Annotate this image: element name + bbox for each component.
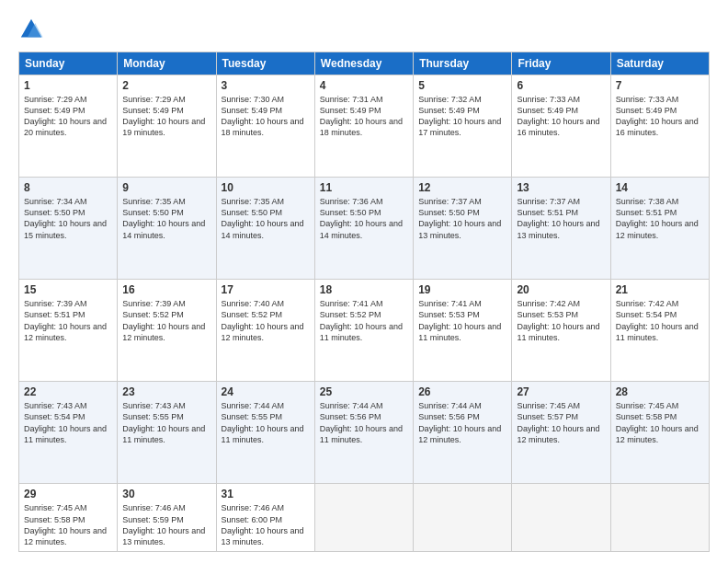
day-info: Sunrise: 7:32 AMSunset: 5:49 PMDaylight:… <box>418 95 501 137</box>
calendar-cell: 5 Sunrise: 7:32 AMSunset: 5:49 PMDayligh… <box>414 75 512 178</box>
weekday-header-friday: Friday <box>512 52 610 75</box>
day-info: Sunrise: 7:44 AMSunset: 5:55 PMDaylight:… <box>222 401 304 443</box>
day-number: 15 <box>24 283 112 296</box>
calendar-cell: 18 Sunrise: 7:41 AMSunset: 5:52 PMDaylig… <box>314 280 413 382</box>
day-info: Sunrise: 7:37 AMSunset: 5:50 PMDaylight:… <box>418 197 501 239</box>
day-number: 23 <box>122 385 210 398</box>
calendar-table: SundayMondayTuesdayWednesdayThursdayFrid… <box>18 52 710 552</box>
calendar-cell: 12 Sunrise: 7:37 AMSunset: 5:50 PMDaylig… <box>414 178 512 280</box>
day-info: Sunrise: 7:45 AMSunset: 5:58 PMDaylight:… <box>616 401 699 443</box>
day-number: 1 <box>24 79 112 92</box>
day-number: 20 <box>517 283 605 296</box>
day-info: Sunrise: 7:46 AMSunset: 6:00 PMDaylight:… <box>222 503 304 546</box>
calendar-cell: 2 Sunrise: 7:29 AMSunset: 5:49 PMDayligh… <box>118 75 216 178</box>
day-number: 28 <box>616 385 704 398</box>
day-info: Sunrise: 7:33 AMSunset: 5:49 PMDaylight:… <box>616 95 699 137</box>
calendar-cell: 14 Sunrise: 7:38 AMSunset: 5:51 PMDaylig… <box>610 178 709 280</box>
calendar-cell: 15 Sunrise: 7:39 AMSunset: 5:51 PMDaylig… <box>19 280 118 382</box>
day-info: Sunrise: 7:34 AMSunset: 5:50 PMDaylight:… <box>24 197 107 239</box>
calendar-cell: 3 Sunrise: 7:30 AMSunset: 5:49 PMDayligh… <box>216 75 314 178</box>
logo-icon <box>18 17 44 42</box>
day-number: 18 <box>320 283 408 296</box>
day-info: Sunrise: 7:43 AMSunset: 5:55 PMDaylight:… <box>122 401 205 443</box>
calendar-cell: 7 Sunrise: 7:33 AMSunset: 5:49 PMDayligh… <box>610 75 709 178</box>
day-number: 9 <box>122 181 210 194</box>
calendar-cell: 11 Sunrise: 7:36 AMSunset: 5:50 PMDaylig… <box>314 178 413 280</box>
day-info: Sunrise: 7:45 AMSunset: 5:58 PMDaylight:… <box>24 503 107 546</box>
day-info: Sunrise: 7:42 AMSunset: 5:54 PMDaylight:… <box>616 299 699 341</box>
header <box>18 17 710 42</box>
day-number: 25 <box>320 385 408 398</box>
logo <box>18 17 48 42</box>
day-info: Sunrise: 7:41 AMSunset: 5:53 PMDaylight:… <box>418 299 501 341</box>
weekday-header-saturday: Saturday <box>610 52 709 75</box>
calendar-cell: 30 Sunrise: 7:46 AMSunset: 5:59 PMDaylig… <box>118 484 216 552</box>
day-info: Sunrise: 7:33 AMSunset: 5:49 PMDaylight:… <box>517 95 599 137</box>
day-number: 24 <box>222 385 310 398</box>
day-number: 27 <box>517 385 605 398</box>
day-number: 31 <box>222 488 310 500</box>
weekday-header-wednesday: Wednesday <box>314 52 413 75</box>
day-number: 26 <box>418 385 506 398</box>
calendar-cell: 6 Sunrise: 7:33 AMSunset: 5:49 PMDayligh… <box>512 75 610 178</box>
day-number: 2 <box>122 79 210 92</box>
calendar-cell: 13 Sunrise: 7:37 AMSunset: 5:51 PMDaylig… <box>512 178 610 280</box>
calendar-cell: 9 Sunrise: 7:35 AMSunset: 5:50 PMDayligh… <box>118 178 216 280</box>
page: SundayMondayTuesdayWednesdayThursdayFrid… <box>0 0 728 563</box>
calendar-cell: 22 Sunrise: 7:43 AMSunset: 5:54 PMDaylig… <box>19 382 118 484</box>
day-number: 12 <box>418 181 506 194</box>
day-number: 21 <box>616 283 704 296</box>
day-info: Sunrise: 7:35 AMSunset: 5:50 PMDaylight:… <box>122 197 205 239</box>
day-number: 6 <box>517 79 605 92</box>
day-info: Sunrise: 7:30 AMSunset: 5:49 PMDaylight:… <box>222 95 304 137</box>
day-number: 10 <box>222 181 310 194</box>
day-info: Sunrise: 7:37 AMSunset: 5:51 PMDaylight:… <box>517 197 599 239</box>
day-info: Sunrise: 7:31 AMSunset: 5:49 PMDaylight:… <box>320 95 403 137</box>
calendar-cell: 29 Sunrise: 7:45 AMSunset: 5:58 PMDaylig… <box>19 484 118 552</box>
calendar-cell <box>414 484 512 552</box>
weekday-header-tuesday: Tuesday <box>216 52 314 75</box>
day-number: 7 <box>616 79 704 92</box>
calendar-cell: 10 Sunrise: 7:35 AMSunset: 5:50 PMDaylig… <box>216 178 314 280</box>
calendar-cell: 28 Sunrise: 7:45 AMSunset: 5:58 PMDaylig… <box>610 382 709 484</box>
calendar-cell: 4 Sunrise: 7:31 AMSunset: 5:49 PMDayligh… <box>314 75 413 178</box>
day-info: Sunrise: 7:46 AMSunset: 5:59 PMDaylight:… <box>122 503 205 546</box>
day-number: 13 <box>517 181 605 194</box>
calendar-cell: 20 Sunrise: 7:42 AMSunset: 5:53 PMDaylig… <box>512 280 610 382</box>
calendar-cell: 31 Sunrise: 7:46 AMSunset: 6:00 PMDaylig… <box>216 484 314 552</box>
day-info: Sunrise: 7:40 AMSunset: 5:52 PMDaylight:… <box>222 299 304 341</box>
calendar-cell: 1 Sunrise: 7:29 AMSunset: 5:49 PMDayligh… <box>19 75 118 178</box>
day-number: 22 <box>24 385 112 398</box>
calendar-cell: 21 Sunrise: 7:42 AMSunset: 5:54 PMDaylig… <box>610 280 709 382</box>
day-number: 29 <box>24 488 112 500</box>
weekday-header-sunday: Sunday <box>19 52 118 75</box>
day-info: Sunrise: 7:42 AMSunset: 5:53 PMDaylight:… <box>517 299 599 341</box>
day-info: Sunrise: 7:44 AMSunset: 5:56 PMDaylight:… <box>418 401 501 443</box>
day-info: Sunrise: 7:44 AMSunset: 5:56 PMDaylight:… <box>320 401 403 443</box>
day-info: Sunrise: 7:35 AMSunset: 5:50 PMDaylight:… <box>222 197 304 239</box>
day-info: Sunrise: 7:29 AMSunset: 5:49 PMDaylight:… <box>122 95 205 137</box>
day-number: 4 <box>320 79 408 92</box>
day-number: 19 <box>418 283 506 296</box>
day-number: 11 <box>320 181 408 194</box>
weekday-header-monday: Monday <box>118 52 216 75</box>
day-number: 8 <box>24 181 112 194</box>
calendar-cell: 25 Sunrise: 7:44 AMSunset: 5:56 PMDaylig… <box>314 382 413 484</box>
day-info: Sunrise: 7:36 AMSunset: 5:50 PMDaylight:… <box>320 197 403 239</box>
calendar-cell: 16 Sunrise: 7:39 AMSunset: 5:52 PMDaylig… <box>118 280 216 382</box>
day-number: 16 <box>122 283 210 296</box>
day-number: 17 <box>222 283 310 296</box>
day-info: Sunrise: 7:39 AMSunset: 5:51 PMDaylight:… <box>24 299 107 341</box>
day-number: 5 <box>418 79 506 92</box>
day-info: Sunrise: 7:45 AMSunset: 5:57 PMDaylight:… <box>517 401 599 443</box>
day-info: Sunrise: 7:43 AMSunset: 5:54 PMDaylight:… <box>24 401 107 443</box>
calendar-cell: 27 Sunrise: 7:45 AMSunset: 5:57 PMDaylig… <box>512 382 610 484</box>
day-info: Sunrise: 7:39 AMSunset: 5:52 PMDaylight:… <box>122 299 205 341</box>
day-info: Sunrise: 7:38 AMSunset: 5:51 PMDaylight:… <box>616 197 699 239</box>
calendar-cell: 23 Sunrise: 7:43 AMSunset: 5:55 PMDaylig… <box>118 382 216 484</box>
calendar-cell: 24 Sunrise: 7:44 AMSunset: 5:55 PMDaylig… <box>216 382 314 484</box>
day-number: 3 <box>222 79 310 92</box>
day-number: 30 <box>122 488 210 500</box>
calendar-cell: 17 Sunrise: 7:40 AMSunset: 5:52 PMDaylig… <box>216 280 314 382</box>
calendar-cell: 26 Sunrise: 7:44 AMSunset: 5:56 PMDaylig… <box>414 382 512 484</box>
